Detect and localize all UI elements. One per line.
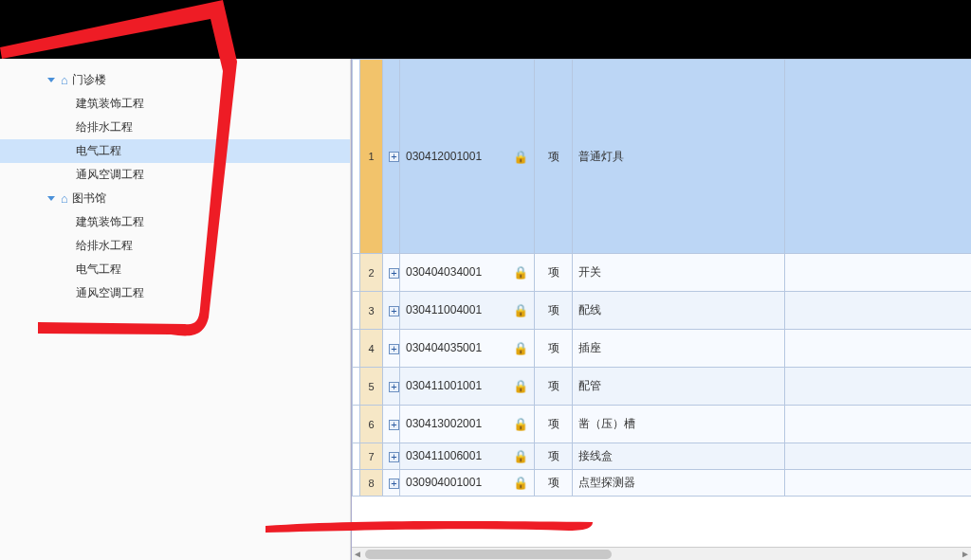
lock-icon: 🔒 [513, 150, 528, 164]
item-name[interactable]: 接线盒 [573, 443, 785, 470]
item-code-cell[interactable]: 030404034001🔒 [400, 254, 535, 292]
tree-label: 电气工程 [76, 143, 121, 159]
items-grid: 1+030412001001🔒项普通灯具2+030404034001🔒项开关3+… [352, 59, 971, 497]
expand-icon[interactable]: + [389, 452, 399, 462]
item-code-cell[interactable]: 030411001001🔒 [400, 368, 535, 406]
tree-node-library[interactable]: ⌂ 图书馆 [0, 187, 350, 210]
item-unit: 项 [535, 60, 573, 254]
items-grid-scroll: 1+030412001001🔒项普通灯具2+030404034001🔒项开关3+… [352, 59, 971, 547]
row-gutter [353, 60, 360, 254]
item-name[interactable]: 插座 [573, 330, 785, 368]
tree-label: 通风空调工程 [76, 285, 144, 301]
main-split: ⌂ 门诊楼 建筑装饰工程 给排水工程 电气工程 通风空调工程 ⌂ 图书馆 建筑装… [0, 59, 971, 560]
item-code: 030404034001 [406, 265, 482, 279]
tree-node-plumbing-2[interactable]: 给排水工程 [0, 234, 350, 258]
expand-icon[interactable]: + [389, 344, 399, 354]
row-number: 7 [360, 443, 383, 470]
tree-label: 给排水工程 [76, 238, 133, 254]
item-code: 030411001001 [406, 379, 482, 392]
item-code-cell[interactable]: 030411006001🔒 [400, 443, 535, 470]
table-row[interactable]: 4+030404035001🔒项插座 [353, 330, 972, 368]
item-code-cell[interactable]: 030413002001🔒 [400, 406, 535, 443]
tree-label: 建筑装饰工程 [76, 214, 144, 230]
row-gutter [353, 443, 360, 470]
scrollbar-thumb[interactable] [365, 550, 612, 559]
row-number: 5 [360, 368, 383, 406]
row-expand-cell: + [383, 368, 400, 406]
table-row[interactable]: 1+030412001001🔒项普通灯具 [353, 60, 972, 254]
row-gutter [353, 406, 360, 443]
row-expand-cell: + [383, 470, 400, 497]
item-code: 030411006001 [406, 449, 482, 462]
table-row[interactable]: 3+030411004001🔒项配线 [353, 292, 972, 330]
row-gutter [353, 368, 360, 406]
scroll-left-icon[interactable]: ◄ [353, 550, 362, 559]
expand-icon[interactable]: + [389, 152, 399, 162]
table-row[interactable]: 5+030411001001🔒项配管 [353, 368, 972, 406]
items-grid-wrap: 1+030412001001🔒项普通灯具2+030404034001🔒项开关3+… [351, 59, 971, 560]
tree-node-electrical-2[interactable]: 电气工程 [0, 258, 350, 281]
row-gutter [353, 470, 360, 497]
item-name[interactable]: 点型探测器 [573, 470, 785, 497]
tree-label: 门诊楼 [72, 72, 106, 88]
row-gutter [353, 292, 360, 330]
tree-node-hvac-1[interactable]: 通风空调工程 [0, 163, 350, 187]
lock-icon: 🔒 [513, 265, 528, 280]
item-code: 030404035001 [406, 341, 482, 354]
item-name[interactable]: 配线 [573, 292, 785, 330]
item-unit: 项 [535, 443, 573, 470]
tree-label: 通风空调工程 [76, 167, 144, 183]
blank-cell [785, 254, 972, 292]
item-code-cell[interactable]: 030904001001🔒 [400, 470, 535, 497]
item-unit: 项 [535, 470, 573, 497]
tree-node-plumbing-1[interactable]: 给排水工程 [0, 116, 350, 139]
row-gutter [353, 254, 360, 292]
expand-icon[interactable]: + [389, 268, 399, 279]
blank-cell [785, 470, 972, 497]
item-code-cell[interactable]: 030411004001🔒 [400, 292, 535, 330]
item-name[interactable]: 凿（压）槽 [573, 406, 785, 443]
project-tree: ⌂ 门诊楼 建筑装饰工程 给排水工程 电气工程 通风空调工程 ⌂ 图书馆 建筑装… [0, 59, 351, 560]
lock-icon: 🔒 [513, 341, 528, 355]
lock-icon: 🔒 [513, 417, 528, 431]
expand-icon[interactable]: + [389, 420, 399, 430]
item-name[interactable]: 开关 [573, 254, 785, 292]
row-number: 1 [360, 60, 383, 254]
lock-icon: 🔒 [513, 379, 528, 393]
tree-node-decoration-1[interactable]: 建筑装饰工程 [0, 92, 350, 116]
item-unit: 项 [535, 254, 573, 292]
blank-cell [785, 368, 972, 406]
item-code: 030412001001 [406, 150, 482, 163]
row-expand-cell: + [383, 330, 400, 368]
table-row[interactable]: 8+030904001001🔒项点型探测器 [353, 470, 972, 497]
table-row[interactable]: 7+030411006001🔒项接线盒 [353, 443, 972, 470]
blank-cell [785, 330, 972, 368]
tree-node-outpatient-building[interactable]: ⌂ 门诊楼 [0, 68, 350, 92]
lock-icon: 🔒 [513, 449, 528, 463]
scroll-right-icon[interactable]: ► [961, 550, 970, 559]
tree-label: 建筑装饰工程 [76, 96, 144, 112]
expand-icon[interactable]: + [389, 479, 399, 489]
expand-icon[interactable]: + [389, 306, 399, 316]
item-unit: 项 [535, 406, 573, 443]
tree-label: 给排水工程 [76, 119, 133, 135]
item-code-cell[interactable]: 030404035001🔒 [400, 330, 535, 368]
item-code: 030411004001 [406, 303, 482, 316]
item-unit: 项 [535, 292, 573, 330]
item-name[interactable]: 普通灯具 [573, 60, 785, 254]
item-code: 030904001001 [406, 476, 482, 489]
tree-node-electrical-1[interactable]: 电气工程 [0, 139, 350, 163]
row-expand-cell: + [383, 406, 400, 443]
tree-node-decoration-2[interactable]: 建筑装饰工程 [0, 210, 350, 234]
item-code-cell[interactable]: 030412001001🔒 [400, 60, 535, 254]
expand-icon[interactable]: + [389, 382, 399, 392]
horizontal-scrollbar[interactable]: ◄ ► [352, 547, 971, 560]
blank-cell [785, 292, 972, 330]
row-number: 2 [360, 254, 383, 292]
tree-node-hvac-2[interactable]: 通风空调工程 [0, 281, 350, 305]
caret-down-icon [47, 78, 55, 82]
table-row[interactable]: 6+030413002001🔒项凿（压）槽 [353, 406, 972, 443]
item-name[interactable]: 配管 [573, 368, 785, 406]
table-row[interactable]: 2+030404034001🔒项开关 [353, 254, 972, 292]
top-blackbar [0, 0, 971, 59]
